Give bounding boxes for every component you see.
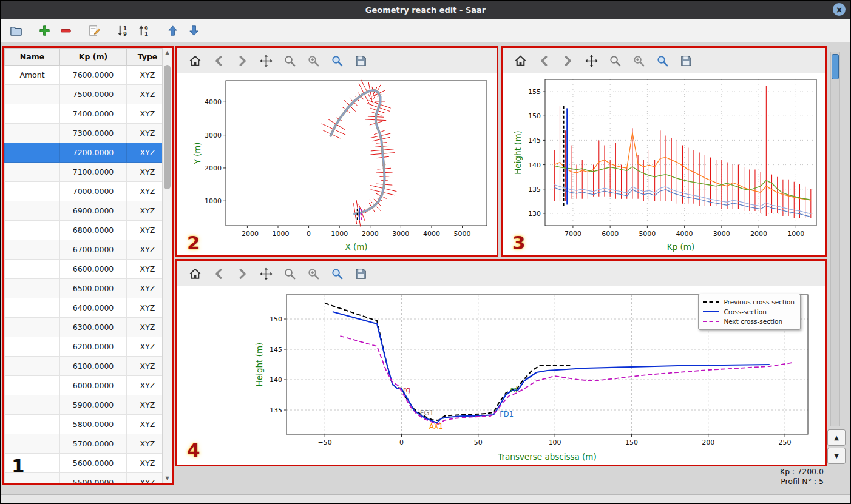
customize-icon: [330, 54, 344, 68]
open-file-icon: [9, 24, 23, 38]
type-cell: XYZ: [127, 260, 163, 279]
svg-text:0: 0: [399, 438, 404, 446]
table-row[interactable]: 6100.0000XYZ: [5, 357, 163, 376]
table-row[interactable]: 5800.0000XYZ: [5, 415, 163, 434]
table-scrollbar[interactable]: ▲ ▼: [162, 48, 172, 483]
svg-text:rd: rd: [510, 386, 518, 394]
table-row[interactable]: 6300.0000XYZ: [5, 318, 163, 337]
table-scrollbar-thumb[interactable]: [164, 65, 171, 189]
column-header-kp-m[interactable]: Kp (m): [60, 49, 127, 66]
svg-text:FD1: FD1: [500, 410, 514, 418]
table-row[interactable]: 7500.0000XYZ: [5, 85, 163, 104]
table-row[interactable]: 7100.0000XYZ: [5, 163, 163, 182]
forward-button[interactable]: [560, 53, 576, 69]
panel-3-badge: 3: [512, 232, 526, 254]
table-row[interactable]: 7200.0000XYZ: [5, 143, 163, 163]
table-row[interactable]: 7300.0000XYZ: [5, 124, 163, 143]
name-cell: [5, 337, 60, 357]
kp-cell: 7600.0000: [60, 66, 127, 85]
remove-cross-section-button[interactable]: [56, 21, 75, 39]
column-header-name[interactable]: Name: [5, 49, 60, 66]
sort-descending-button[interactable]: 91: [135, 21, 153, 39]
svg-text:−1000: −1000: [266, 230, 289, 238]
sort-ascending-button[interactable]: 19: [114, 21, 132, 39]
table-row[interactable]: 5700.0000XYZ: [5, 434, 163, 454]
svg-text:3000: 3000: [392, 230, 409, 238]
save-button[interactable]: [353, 266, 369, 282]
pan-button[interactable]: [258, 53, 274, 69]
table-row[interactable]: 6400.0000XYZ: [5, 298, 163, 318]
zoom-button[interactable]: [282, 53, 298, 69]
open-file-button[interactable]: [7, 21, 25, 39]
table-row[interactable]: 6700.0000XYZ: [5, 240, 163, 260]
table-row[interactable]: Amont7600.0000XYZ: [5, 66, 163, 85]
forward-button[interactable]: [234, 266, 251, 282]
table-row[interactable]: 6000.0000XYZ: [5, 376, 163, 395]
customize-button[interactable]: [329, 53, 345, 69]
table-row[interactable]: 6500.0000XYZ: [5, 279, 163, 298]
legend-line-sample: [703, 321, 719, 322]
back-button[interactable]: [211, 53, 227, 69]
legend-line-sample: [703, 301, 719, 303]
pan-icon: [585, 54, 598, 68]
table-row[interactable]: 5500.0000XYZ: [5, 473, 163, 483]
profile-up-button[interactable]: ▲: [827, 429, 846, 446]
save-button[interactable]: [678, 53, 694, 69]
svg-text:150: 150: [625, 438, 638, 446]
scroll-down-icon[interactable]: ▼: [163, 475, 172, 481]
table-row[interactable]: 7400.0000XYZ: [5, 104, 163, 124]
profile-down-button[interactable]: ▼: [827, 448, 846, 464]
table-row[interactable]: 5900.0000XYZ: [5, 395, 163, 415]
name-cell: [5, 143, 60, 163]
forward-icon: [561, 54, 575, 68]
home-button[interactable]: [187, 266, 203, 282]
scroll-up-icon[interactable]: ▲: [163, 50, 172, 55]
save-button[interactable]: [353, 53, 369, 69]
close-icon: ×: [836, 5, 843, 15]
forward-icon: [236, 267, 249, 281]
pan-button[interactable]: [583, 53, 600, 69]
name-cell: [5, 182, 60, 201]
back-icon: [537, 54, 551, 68]
move-down-button[interactable]: [185, 21, 203, 39]
subplots-button[interactable]: [305, 53, 322, 69]
back-button[interactable]: [211, 266, 227, 282]
vertical-scrollbar[interactable]: [830, 52, 840, 426]
vertical-scrollbar-thumb[interactable]: [832, 54, 839, 79]
add-cross-section-button[interactable]: [35, 21, 53, 39]
table-row[interactable]: 5600.0000XYZ: [5, 454, 163, 473]
kp-cell: 6200.0000: [60, 337, 127, 357]
svg-text:0: 0: [307, 230, 311, 238]
table-row[interactable]: 7000.0000XYZ: [5, 182, 163, 201]
name-cell: [5, 415, 60, 434]
kp-cell: 6400.0000: [60, 298, 127, 318]
cross-section-toolbar: [177, 261, 825, 286]
edit-cross-section-button[interactable]: [85, 21, 103, 39]
table-row[interactable]: 6200.0000XYZ: [5, 337, 163, 357]
move-up-button[interactable]: [163, 21, 181, 39]
svg-text:200: 200: [702, 438, 714, 446]
customize-button[interactable]: [654, 53, 671, 69]
longitudinal-profile-chart[interactable]: 7000600050004000300020001000130135140145…: [503, 73, 825, 255]
zoom-button[interactable]: [607, 53, 623, 69]
customize-button[interactable]: [329, 266, 345, 282]
pan-button[interactable]: [258, 266, 274, 282]
back-button[interactable]: [536, 53, 552, 69]
forward-button[interactable]: [234, 53, 251, 69]
zoom-icon: [608, 54, 622, 68]
close-button[interactable]: ×: [833, 3, 846, 16]
zoom-button[interactable]: [282, 266, 298, 282]
home-button[interactable]: [512, 53, 529, 69]
table-row[interactable]: 6800.0000XYZ: [5, 221, 163, 240]
panel-2-badge: 2: [187, 232, 200, 254]
table-row[interactable]: 6900.0000XYZ: [5, 201, 163, 221]
kp-cell: 7200.0000: [60, 143, 127, 163]
table-row[interactable]: 6600.0000XYZ: [5, 260, 163, 279]
svg-text:Height (m): Height (m): [254, 343, 264, 387]
svg-text:Kp (m): Kp (m): [667, 242, 694, 252]
column-header-type[interactable]: Type: [127, 49, 163, 66]
plan-view-chart[interactable]: −2000−1000010002000300040005000100020003…: [177, 73, 497, 255]
subplots-button[interactable]: [305, 266, 322, 282]
subplots-button[interactable]: [631, 53, 647, 69]
home-button[interactable]: [187, 53, 203, 69]
